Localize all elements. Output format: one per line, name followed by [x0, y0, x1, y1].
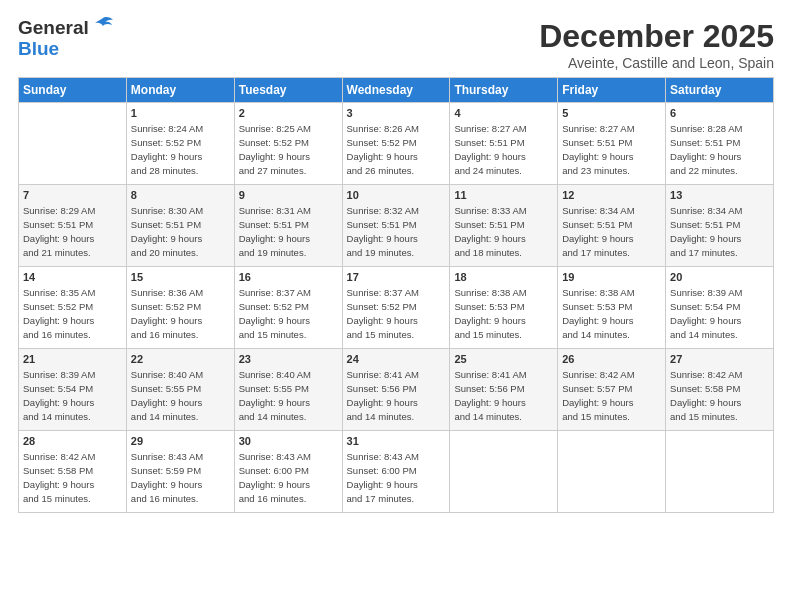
day-cell: 1Sunrise: 8:24 AM Sunset: 5:52 PM Daylig… [126, 103, 234, 185]
day-info: Sunrise: 8:29 AM Sunset: 5:51 PM Dayligh… [23, 204, 122, 259]
day-number: 12 [562, 188, 661, 203]
day-number: 25 [454, 352, 553, 367]
day-info: Sunrise: 8:42 AM Sunset: 5:58 PM Dayligh… [670, 368, 769, 423]
day-info: Sunrise: 8:41 AM Sunset: 5:56 PM Dayligh… [347, 368, 446, 423]
day-number: 28 [23, 434, 122, 449]
day-number: 17 [347, 270, 446, 285]
day-info: Sunrise: 8:27 AM Sunset: 5:51 PM Dayligh… [454, 122, 553, 177]
day-cell: 16Sunrise: 8:37 AM Sunset: 5:52 PM Dayli… [234, 267, 342, 349]
col-header-saturday: Saturday [666, 78, 774, 103]
col-header-thursday: Thursday [450, 78, 558, 103]
day-cell: 28Sunrise: 8:42 AM Sunset: 5:58 PM Dayli… [19, 431, 127, 513]
day-info: Sunrise: 8:42 AM Sunset: 5:58 PM Dayligh… [23, 450, 122, 505]
day-cell: 21Sunrise: 8:39 AM Sunset: 5:54 PM Dayli… [19, 349, 127, 431]
header: General Blue December 2025 Aveinte, Cast… [18, 18, 774, 71]
day-info: Sunrise: 8:34 AM Sunset: 5:51 PM Dayligh… [562, 204, 661, 259]
day-cell: 13Sunrise: 8:34 AM Sunset: 5:51 PM Dayli… [666, 185, 774, 267]
day-number: 26 [562, 352, 661, 367]
day-info: Sunrise: 8:42 AM Sunset: 5:57 PM Dayligh… [562, 368, 661, 423]
header-row: SundayMondayTuesdayWednesdayThursdayFrid… [19, 78, 774, 103]
day-number: 30 [239, 434, 338, 449]
logo-general: General [18, 18, 89, 39]
day-cell: 3Sunrise: 8:26 AM Sunset: 5:52 PM Daylig… [342, 103, 450, 185]
col-header-friday: Friday [558, 78, 666, 103]
col-header-monday: Monday [126, 78, 234, 103]
day-info: Sunrise: 8:32 AM Sunset: 5:51 PM Dayligh… [347, 204, 446, 259]
day-cell: 23Sunrise: 8:40 AM Sunset: 5:55 PM Dayli… [234, 349, 342, 431]
day-cell: 19Sunrise: 8:38 AM Sunset: 5:53 PM Dayli… [558, 267, 666, 349]
day-cell: 2Sunrise: 8:25 AM Sunset: 5:52 PM Daylig… [234, 103, 342, 185]
day-info: Sunrise: 8:28 AM Sunset: 5:51 PM Dayligh… [670, 122, 769, 177]
day-info: Sunrise: 8:40 AM Sunset: 5:55 PM Dayligh… [239, 368, 338, 423]
day-cell [666, 431, 774, 513]
day-cell [450, 431, 558, 513]
day-cell: 24Sunrise: 8:41 AM Sunset: 5:56 PM Dayli… [342, 349, 450, 431]
day-number: 20 [670, 270, 769, 285]
day-cell: 26Sunrise: 8:42 AM Sunset: 5:57 PM Dayli… [558, 349, 666, 431]
day-number: 11 [454, 188, 553, 203]
day-info: Sunrise: 8:43 AM Sunset: 5:59 PM Dayligh… [131, 450, 230, 505]
day-cell: 31Sunrise: 8:43 AM Sunset: 6:00 PM Dayli… [342, 431, 450, 513]
day-info: Sunrise: 8:39 AM Sunset: 5:54 PM Dayligh… [670, 286, 769, 341]
week-row-1: 1Sunrise: 8:24 AM Sunset: 5:52 PM Daylig… [19, 103, 774, 185]
day-cell: 22Sunrise: 8:40 AM Sunset: 5:55 PM Dayli… [126, 349, 234, 431]
day-number: 18 [454, 270, 553, 285]
logo-blue: Blue [18, 39, 115, 60]
day-info: Sunrise: 8:25 AM Sunset: 5:52 PM Dayligh… [239, 122, 338, 177]
day-info: Sunrise: 8:43 AM Sunset: 6:00 PM Dayligh… [347, 450, 446, 505]
subtitle: Aveinte, Castille and Leon, Spain [539, 55, 774, 71]
day-cell: 15Sunrise: 8:36 AM Sunset: 5:52 PM Dayli… [126, 267, 234, 349]
day-cell: 10Sunrise: 8:32 AM Sunset: 5:51 PM Dayli… [342, 185, 450, 267]
calendar-table: SundayMondayTuesdayWednesdayThursdayFrid… [18, 77, 774, 513]
day-info: Sunrise: 8:27 AM Sunset: 5:51 PM Dayligh… [562, 122, 661, 177]
day-info: Sunrise: 8:37 AM Sunset: 5:52 PM Dayligh… [239, 286, 338, 341]
day-number: 31 [347, 434, 446, 449]
day-cell [19, 103, 127, 185]
day-info: Sunrise: 8:31 AM Sunset: 5:51 PM Dayligh… [239, 204, 338, 259]
day-cell: 25Sunrise: 8:41 AM Sunset: 5:56 PM Dayli… [450, 349, 558, 431]
day-cell [558, 431, 666, 513]
day-cell: 18Sunrise: 8:38 AM Sunset: 5:53 PM Dayli… [450, 267, 558, 349]
day-number: 21 [23, 352, 122, 367]
day-cell: 6Sunrise: 8:28 AM Sunset: 5:51 PM Daylig… [666, 103, 774, 185]
main-title: December 2025 [539, 18, 774, 55]
day-info: Sunrise: 8:43 AM Sunset: 6:00 PM Dayligh… [239, 450, 338, 505]
day-cell: 5Sunrise: 8:27 AM Sunset: 5:51 PM Daylig… [558, 103, 666, 185]
col-header-tuesday: Tuesday [234, 78, 342, 103]
day-cell: 4Sunrise: 8:27 AM Sunset: 5:51 PM Daylig… [450, 103, 558, 185]
day-info: Sunrise: 8:34 AM Sunset: 5:51 PM Dayligh… [670, 204, 769, 259]
week-row-4: 21Sunrise: 8:39 AM Sunset: 5:54 PM Dayli… [19, 349, 774, 431]
day-info: Sunrise: 8:30 AM Sunset: 5:51 PM Dayligh… [131, 204, 230, 259]
day-cell: 17Sunrise: 8:37 AM Sunset: 5:52 PM Dayli… [342, 267, 450, 349]
day-cell: 14Sunrise: 8:35 AM Sunset: 5:52 PM Dayli… [19, 267, 127, 349]
day-cell: 20Sunrise: 8:39 AM Sunset: 5:54 PM Dayli… [666, 267, 774, 349]
day-number: 22 [131, 352, 230, 367]
day-number: 14 [23, 270, 122, 285]
day-cell: 7Sunrise: 8:29 AM Sunset: 5:51 PM Daylig… [19, 185, 127, 267]
day-cell: 9Sunrise: 8:31 AM Sunset: 5:51 PM Daylig… [234, 185, 342, 267]
day-number: 27 [670, 352, 769, 367]
logo: General Blue [18, 18, 115, 60]
page: General Blue December 2025 Aveinte, Cast… [0, 0, 792, 612]
week-row-2: 7Sunrise: 8:29 AM Sunset: 5:51 PM Daylig… [19, 185, 774, 267]
day-info: Sunrise: 8:41 AM Sunset: 5:56 PM Dayligh… [454, 368, 553, 423]
day-number: 10 [347, 188, 446, 203]
day-info: Sunrise: 8:24 AM Sunset: 5:52 PM Dayligh… [131, 122, 230, 177]
day-number: 16 [239, 270, 338, 285]
day-info: Sunrise: 8:38 AM Sunset: 5:53 PM Dayligh… [454, 286, 553, 341]
day-cell: 29Sunrise: 8:43 AM Sunset: 5:59 PM Dayli… [126, 431, 234, 513]
day-cell: 8Sunrise: 8:30 AM Sunset: 5:51 PM Daylig… [126, 185, 234, 267]
title-block: December 2025 Aveinte, Castille and Leon… [539, 18, 774, 71]
day-number: 4 [454, 106, 553, 121]
day-number: 5 [562, 106, 661, 121]
day-info: Sunrise: 8:33 AM Sunset: 5:51 PM Dayligh… [454, 204, 553, 259]
day-cell: 30Sunrise: 8:43 AM Sunset: 6:00 PM Dayli… [234, 431, 342, 513]
logo-bird-icon [91, 16, 115, 36]
day-number: 29 [131, 434, 230, 449]
day-cell: 27Sunrise: 8:42 AM Sunset: 5:58 PM Dayli… [666, 349, 774, 431]
day-number: 3 [347, 106, 446, 121]
day-info: Sunrise: 8:36 AM Sunset: 5:52 PM Dayligh… [131, 286, 230, 341]
day-cell: 12Sunrise: 8:34 AM Sunset: 5:51 PM Dayli… [558, 185, 666, 267]
day-number: 2 [239, 106, 338, 121]
day-number: 1 [131, 106, 230, 121]
